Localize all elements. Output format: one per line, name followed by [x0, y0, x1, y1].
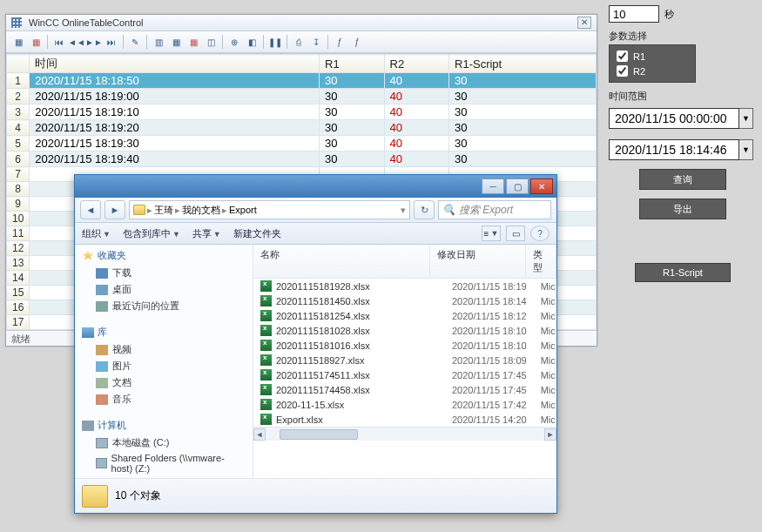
- table-row[interactable]: 6 2020/11/15 18:19:40 30 40 30: [7, 152, 597, 167]
- help-button[interactable]: ?: [530, 226, 550, 241]
- forward-button[interactable]: ►: [105, 200, 125, 219]
- list-item[interactable]: 20201115181928.xlsx 2020/11/15 18:19 Mic: [253, 279, 556, 293]
- col-r1[interactable]: R1: [320, 55, 385, 73]
- list-item[interactable]: Export.xlsx 2020/11/15 14:20 Mic: [253, 412, 556, 427]
- preview-button[interactable]: ▭: [506, 226, 525, 241]
- tree-documents[interactable]: 文档: [75, 374, 253, 391]
- cell-time[interactable]: 2020/11/15 18:19:20: [30, 120, 320, 136]
- table-row[interactable]: 4 2020/11/15 18:19:20 30 40 30: [7, 120, 597, 136]
- cell-time[interactable]: 2020/11/15 18:18:50: [30, 73, 320, 89]
- row-header[interactable]: 3: [7, 104, 30, 120]
- corner-cell[interactable]: [7, 55, 30, 73]
- row-header[interactable]: 16: [7, 300, 30, 315]
- breadcrumb[interactable]: 我的文档: [182, 204, 220, 217]
- table-row[interactable]: 1 2020/11/15 18:18:50 30 40 30: [7, 73, 597, 89]
- tree-drive-c[interactable]: 本地磁盘 (C:): [75, 434, 253, 451]
- row-header[interactable]: 5: [7, 136, 30, 152]
- checkbox-r2[interactable]: [617, 65, 628, 77]
- chart-icon[interactable]: ◫: [203, 34, 219, 50]
- horizontal-scrollbar[interactable]: ◄ ►: [253, 427, 556, 441]
- row-header[interactable]: 11: [7, 226, 30, 241]
- list-item[interactable]: 20201115181450.xlsx 2020/11/15 18:14 Mic: [253, 293, 556, 308]
- table-row[interactable]: 2 2020/11/15 18:19:00 30 40 30: [7, 89, 597, 104]
- list-item[interactable]: 2020111518927.xlsx 2020/11/15 18:09 Mic: [253, 353, 556, 367]
- close-button[interactable]: ✕: [577, 17, 591, 29]
- row-header[interactable]: 2: [7, 89, 30, 104]
- share-menu[interactable]: 共享▼: [192, 227, 221, 240]
- list-header[interactable]: 名称 修改日期 类型: [253, 245, 556, 279]
- fn2-icon[interactable]: ƒ: [349, 34, 365, 50]
- list-item[interactable]: 20201115181028.xlsx 2020/11/15 18:10 Mic: [253, 323, 556, 338]
- wincc-titlebar[interactable]: WinCC OnlineTableControl ✕: [6, 15, 597, 31]
- print-icon[interactable]: ⎙: [291, 34, 307, 50]
- cell-r2[interactable]: 40: [384, 104, 449, 120]
- tree-pictures[interactable]: 图片: [75, 358, 253, 374]
- row-header[interactable]: 6: [7, 152, 30, 167]
- breadcrumb[interactable]: 王琦: [154, 204, 173, 217]
- cell-r2[interactable]: 40: [384, 89, 449, 104]
- prev-icon[interactable]: ◄◄: [69, 34, 84, 50]
- datetime-to[interactable]: [609, 139, 739, 160]
- tree-libraries[interactable]: 库: [98, 326, 107, 339]
- refresh-button[interactable]: ↻: [414, 200, 435, 219]
- include-lib-menu[interactable]: 包含到库中▼: [123, 227, 180, 240]
- list-item[interactable]: 2020-11-15.xlsx 2020/11/15 17:42 Mic: [253, 397, 556, 412]
- scroll-right-icon[interactable]: ►: [544, 428, 556, 441]
- tree-music[interactable]: 音乐: [75, 391, 253, 407]
- cell-r1script[interactable]: 30: [449, 120, 597, 136]
- scroll-left-icon[interactable]: ◄: [253, 428, 266, 441]
- view-menu[interactable]: ≡▼: [482, 226, 501, 241]
- cell-r1script[interactable]: 30: [449, 152, 597, 167]
- row-header[interactable]: 12: [7, 241, 30, 256]
- row-header[interactable]: 4: [7, 120, 30, 136]
- cell-time[interactable]: 2020/11/15 18:19:00: [30, 89, 320, 104]
- organize-menu[interactable]: 组织▼: [82, 227, 111, 240]
- maximize-button[interactable]: ▢: [506, 178, 529, 194]
- scroll-thumb[interactable]: [280, 429, 358, 440]
- col-date[interactable]: 修改日期: [430, 245, 526, 278]
- columns-icon[interactable]: ▥: [151, 34, 166, 50]
- fn1-icon[interactable]: ƒ: [332, 34, 347, 50]
- cell-r1script[interactable]: 30: [449, 73, 597, 89]
- seconds-input[interactable]: [609, 5, 659, 23]
- first-icon[interactable]: ⏮: [51, 34, 67, 50]
- row-header[interactable]: 8: [7, 182, 30, 197]
- next-icon[interactable]: ►►: [86, 34, 102, 50]
- tree-downloads[interactable]: 下载: [75, 265, 253, 281]
- checkbox-r1[interactable]: [617, 51, 628, 62]
- query-button[interactable]: 查询: [639, 169, 726, 190]
- cell-r1script[interactable]: 30: [449, 89, 597, 104]
- datetime-from[interactable]: [609, 108, 739, 129]
- cell-r1[interactable]: 30: [320, 89, 385, 104]
- cell-time[interactable]: 2020/11/15 18:19:40: [30, 152, 320, 167]
- list-item[interactable]: 20201115174511.xlsx 2020/11/15 17:45 Mic: [253, 367, 556, 382]
- time-icon[interactable]: ⊕: [226, 34, 242, 50]
- cell-r1[interactable]: 30: [320, 73, 385, 89]
- row-header[interactable]: 10: [7, 212, 30, 226]
- minimize-button[interactable]: ─: [482, 178, 504, 194]
- search-input[interactable]: 🔍 搜索 Export: [438, 200, 551, 219]
- dropdown-icon[interactable]: ▼: [739, 108, 753, 129]
- cell-r1[interactable]: 30: [320, 104, 385, 120]
- cell-r1[interactable]: 30: [320, 136, 385, 152]
- pause-icon[interactable]: ❚❚: [267, 34, 283, 50]
- tree-shared[interactable]: Shared Folders (\\vmware-host) (Z:): [75, 451, 253, 475]
- folder-tree[interactable]: 收藏夹 下载 桌面 最近访问的位置 库 视频 图片 文档 音乐 计算机 本地磁盘…: [75, 245, 253, 478]
- param-r2[interactable]: R2: [617, 64, 688, 78]
- grid2-icon[interactable]: ▦: [168, 34, 184, 50]
- select-icon[interactable]: ▦: [185, 34, 201, 50]
- cell-time[interactable]: 2020/11/15 18:19:30: [30, 136, 320, 152]
- col-type[interactable]: 类型: [526, 245, 556, 278]
- tree-computer[interactable]: 计算机: [98, 419, 126, 432]
- tool-icon[interactable]: ▦: [28, 34, 44, 50]
- tree-videos[interactable]: 视频: [75, 341, 253, 358]
- dropdown-icon[interactable]: ▼: [739, 139, 753, 160]
- cell-r1[interactable]: 30: [320, 120, 385, 136]
- breadcrumb[interactable]: Export: [229, 205, 257, 215]
- close-button[interactable]: ✕: [530, 178, 553, 194]
- col-r1script[interactable]: R1-Script: [449, 55, 597, 73]
- tool-icon[interactable]: ▦: [10, 34, 26, 50]
- edit-icon[interactable]: ✎: [127, 34, 143, 50]
- table-row[interactable]: 3 2020/11/15 18:19:10 30 40 30: [7, 104, 597, 120]
- export-icon[interactable]: ↧: [308, 34, 324, 50]
